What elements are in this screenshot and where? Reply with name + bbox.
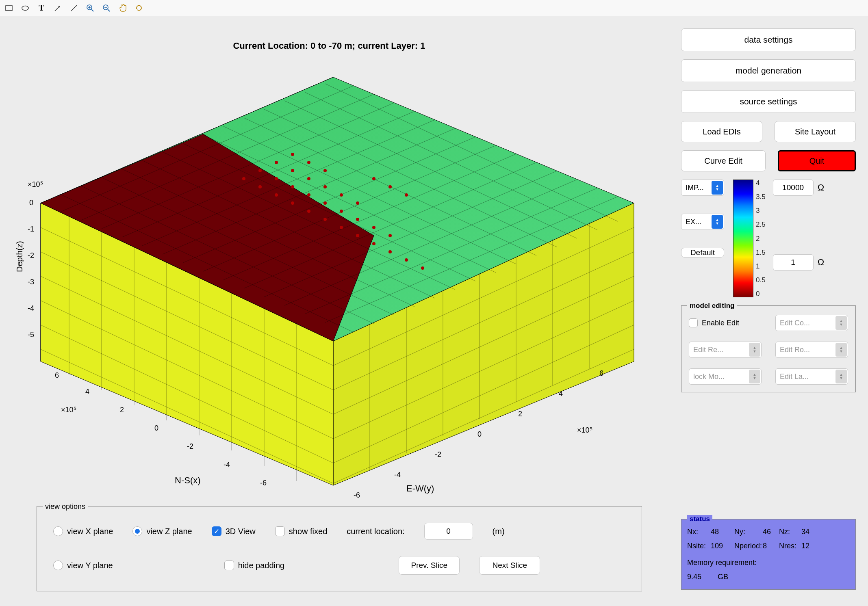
ellipse-tool-icon[interactable] xyxy=(20,2,31,14)
colorbar xyxy=(733,180,753,297)
quit-button[interactable]: Quit xyxy=(778,150,856,171)
edit-layer-select[interactable]: Edit La...▲▼ xyxy=(775,368,848,385)
svg-point-104 xyxy=(421,266,424,270)
colorbar-ticks: 43.5 32.5 21.5 10.5 0 xyxy=(756,180,766,297)
svg-point-80 xyxy=(307,177,310,180)
default-button[interactable]: Default xyxy=(681,248,724,258)
pan-tool-icon[interactable] xyxy=(117,2,128,14)
data-settings-button[interactable]: data settings xyxy=(681,28,856,51)
svg-point-100 xyxy=(356,234,359,237)
svg-text:-3: -3 xyxy=(28,278,34,286)
chevron-updown-icon: ▲▼ xyxy=(835,370,847,383)
nsite-value: 109 xyxy=(711,542,734,550)
view-z-plane-radio[interactable]: view Z plane xyxy=(132,526,192,536)
current-location-label: current location: xyxy=(347,527,404,536)
svg-text:-4: -4 xyxy=(394,471,401,479)
model-generation-button[interactable]: model generation xyxy=(681,59,856,82)
next-slice-button[interactable]: Next Slice xyxy=(479,556,540,575)
enable-edit-checkbox[interactable]: Enable Edit xyxy=(689,315,762,331)
text-tool-icon[interactable]: T xyxy=(36,2,47,14)
plot-3d[interactable]: Current Location: 0 to -70 m; current La… xyxy=(8,24,650,504)
svg-text:-4: -4 xyxy=(224,461,230,469)
load-edis-button[interactable]: Load EDIs xyxy=(681,121,762,142)
svg-text:-5: -5 xyxy=(28,331,34,339)
svg-text:2: 2 xyxy=(518,410,522,418)
restore-view-icon[interactable] xyxy=(133,2,145,14)
svg-text:-2: -2 xyxy=(28,251,34,260)
3d-view-checkbox[interactable]: ✓3D View xyxy=(212,526,256,536)
svg-text:-6: -6 xyxy=(260,479,267,487)
svg-point-85 xyxy=(275,177,278,180)
svg-text:-1: -1 xyxy=(28,225,34,233)
svg-text:0: 0 xyxy=(477,430,482,438)
figure-toolbar: T xyxy=(0,0,868,16)
arrow-tool-icon[interactable] xyxy=(52,2,63,14)
edit-row-select[interactable]: Edit Ro...▲▼ xyxy=(775,342,848,358)
chevron-updown-icon: ▲▼ xyxy=(749,370,760,383)
svg-point-97 xyxy=(307,210,310,213)
nz-value: 34 xyxy=(801,528,818,536)
nx-value: 48 xyxy=(711,528,734,536)
svg-point-98 xyxy=(323,218,327,221)
svg-point-82 xyxy=(340,193,343,197)
memory-value: 9.45 xyxy=(687,573,701,581)
line-tool-icon[interactable] xyxy=(68,2,80,14)
upper-resistivity-input[interactable] xyxy=(773,180,814,196)
chevron-updown-icon: ▲▼ xyxy=(712,215,723,229)
svg-text:6: 6 xyxy=(599,369,603,377)
chevron-updown-icon: ▲▼ xyxy=(835,316,847,330)
curve-edit-button[interactable]: Curve Edit xyxy=(681,150,766,171)
hide-padding-checkbox[interactable]: hide padding xyxy=(224,561,285,570)
edit-color-select[interactable]: Edit Co...▲▼ xyxy=(775,315,848,331)
svg-line-10 xyxy=(108,9,110,11)
panel-title: view options xyxy=(43,502,88,511)
svg-text:4: 4 xyxy=(85,387,89,396)
svg-point-77 xyxy=(323,169,327,172)
current-location-input[interactable] xyxy=(424,523,473,540)
svg-text:-2: -2 xyxy=(187,442,193,450)
ohm-unit-label: Ω xyxy=(818,257,824,268)
source-settings-button[interactable]: source settings xyxy=(681,90,856,113)
z-axis-label: Depth(z) xyxy=(15,241,24,272)
svg-point-84 xyxy=(258,169,262,172)
svg-point-94 xyxy=(258,185,262,188)
svg-text:-6: -6 xyxy=(354,491,360,499)
svg-point-101 xyxy=(372,242,375,245)
svg-point-103 xyxy=(405,258,408,262)
memory-unit: GB xyxy=(718,573,728,581)
svg-point-78 xyxy=(275,161,278,164)
model-editing-panel: model editing Enable Edit Edit Co...▲▼ E… xyxy=(681,305,856,392)
rect-tool-icon[interactable] xyxy=(3,2,15,14)
svg-text:0: 0 xyxy=(29,199,33,207)
import-select[interactable]: IMP...▲▼ xyxy=(681,180,724,196)
show-fixed-checkbox[interactable]: show fixed xyxy=(275,526,328,536)
view-y-plane-radio[interactable]: view Y plane xyxy=(53,561,113,570)
svg-point-89 xyxy=(340,210,343,213)
chevron-updown-icon: ▲▼ xyxy=(835,343,847,357)
view-x-plane-radio[interactable]: view X plane xyxy=(53,526,113,536)
edit-region-select[interactable]: Edit Re...▲▼ xyxy=(689,342,762,358)
svg-point-99 xyxy=(340,226,343,229)
zoom-in-icon[interactable] xyxy=(85,2,96,14)
svg-point-106 xyxy=(388,185,392,188)
ohm-unit-label: Ω xyxy=(818,182,824,193)
svg-point-83 xyxy=(356,201,359,205)
svg-text:0: 0 xyxy=(154,424,158,432)
lock-model-select[interactable]: lock Mo...▲▼ xyxy=(689,368,762,385)
zoom-out-icon[interactable] xyxy=(101,2,112,14)
svg-rect-0 xyxy=(6,6,12,11)
view-options-panel: view options view X plane view Z plane ✓… xyxy=(37,506,642,591)
prev-slice-button[interactable]: Prev. Slice xyxy=(399,556,460,575)
svg-line-6 xyxy=(91,9,93,11)
x-scale: ×10⁵ xyxy=(61,406,76,414)
lower-resistivity-input[interactable] xyxy=(773,254,814,271)
svg-point-92 xyxy=(388,234,392,237)
site-layout-button[interactable]: Site Layout xyxy=(775,121,856,142)
svg-point-75 xyxy=(291,153,294,156)
svg-point-76 xyxy=(307,161,310,164)
nres-value: 12 xyxy=(801,542,818,550)
export-select[interactable]: EX...▲▼ xyxy=(681,214,724,230)
panel-title: model editing xyxy=(687,302,737,310)
memory-label: Memory requirement: xyxy=(687,558,850,567)
x-axis-label: N-S(x) xyxy=(175,475,201,485)
